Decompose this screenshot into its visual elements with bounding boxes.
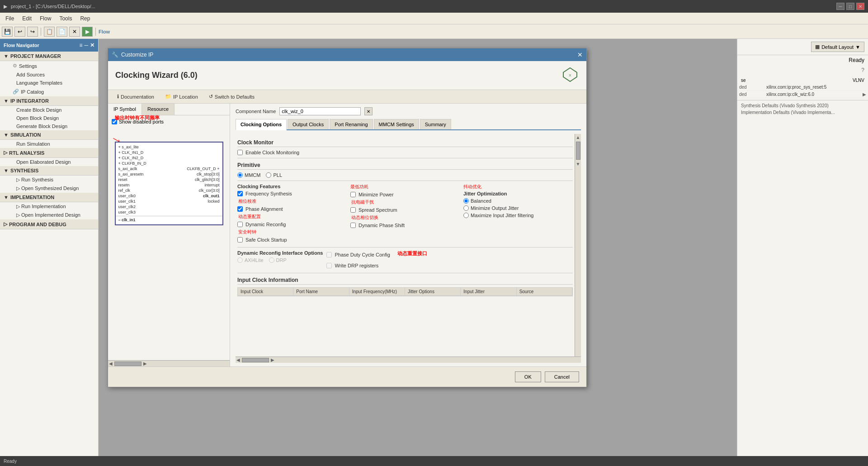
tab-summary[interactable]: Summary: [420, 119, 451, 129]
nav-open-synthesized[interactable]: ▷ Open Synthesized Design: [0, 184, 98, 193]
tab-output-clocks[interactable]: Output Clocks: [288, 119, 329, 129]
v-scrollbar-right[interactable]: ▲ ▼: [575, 134, 581, 357]
phase-duty-checkbox[interactable]: [326, 252, 332, 257]
enable-clock-monitoring-checkbox[interactable]: [237, 150, 243, 155]
dynamic-reconfig-annotation: 动态重配置: [238, 214, 347, 220]
toolbar-copy[interactable]: 📋: [44, 27, 55, 37]
dialog-close-button[interactable]: ✕: [577, 51, 583, 58]
mmcm-radio[interactable]: [237, 172, 243, 178]
synthesis-header[interactable]: ▼ SYNTHESIS: [0, 166, 98, 176]
tab-clocking-options[interactable]: Clocking Options: [236, 119, 287, 130]
component-name-input[interactable]: [279, 107, 361, 115]
nav-icon-3[interactable]: ✕: [90, 42, 94, 48]
dynamic-phase-checkbox[interactable]: [350, 223, 356, 228]
nav-generate-block[interactable]: Generate Block Design: [0, 122, 98, 130]
nav-open-block[interactable]: Open Block Design: [0, 114, 98, 122]
minimize-button[interactable]: ─: [836, 3, 844, 10]
scroll-left-arrow[interactable]: ◀: [109, 361, 113, 366]
phase-alignment-checkbox[interactable]: [237, 206, 243, 212]
project-manager-header[interactable]: ▼ PROJECT MANAGER: [0, 52, 98, 61]
tab-ip-symbol[interactable]: IP Symbol: [108, 104, 142, 115]
scroll-thumb-v[interactable]: [576, 142, 580, 160]
nav-run-synthesis[interactable]: ▷ Run Synthesis: [0, 176, 98, 184]
axi4lite-radio[interactable]: [237, 257, 243, 263]
rtl-analysis-header[interactable]: ▷ RTL ANALYSIS: [0, 148, 98, 158]
prop-row-2: ded xilinx.com:ip:clk_wiz:6.0 ▶: [739, 91, 866, 98]
dynamic-reconfig-checkbox[interactable]: [237, 222, 243, 227]
nav-run-implementation[interactable]: ▷ Run Implementation: [0, 202, 98, 211]
nav-icon-1[interactable]: ≡: [79, 42, 82, 48]
port-user-clk0: user_clk0: [118, 194, 136, 198]
toolbar-run[interactable]: ▶: [82, 27, 93, 37]
scroll-up-arrow[interactable]: ▲: [576, 135, 580, 140]
menu-tools[interactable]: Tools: [56, 14, 75, 23]
balanced-radio[interactable]: [463, 198, 469, 204]
toolbar-paste[interactable]: 📄: [57, 27, 67, 37]
phase-duty-label: Phase Duty Cycle Config: [335, 252, 390, 257]
max-input-jitter-radio[interactable]: [463, 213, 469, 218]
nav-open-elaborated[interactable]: Open Elaborated Design: [0, 158, 98, 166]
scroll-thumb-h-b[interactable]: [242, 358, 269, 362]
implementation-header[interactable]: ▼ IMPLEMENTATION: [0, 193, 98, 202]
tab-port-renaming[interactable]: Port Renaming: [330, 119, 373, 129]
tab-mmcm-settings[interactable]: MMCM Settings: [374, 119, 419, 129]
toolbar-sep1: [41, 28, 41, 36]
cancel-button[interactable]: Cancel: [545, 371, 579, 382]
minimize-power-label: Minimize Power: [359, 192, 394, 197]
ip-integrator-header[interactable]: ▼ IP INTEGRATOR: [0, 96, 98, 106]
menu-file[interactable]: File: [2, 14, 18, 23]
clear-component-name-button[interactable]: ✕: [364, 107, 373, 115]
h-scrollbar-bottom[interactable]: ◀ ▶: [236, 357, 581, 363]
nav-add-sources[interactable]: Add Sources: [0, 71, 98, 79]
help-icon[interactable]: ?: [861, 67, 864, 73]
scroll-left-arrow-b[interactable]: ◀: [236, 357, 240, 362]
maximize-button[interactable]: □: [846, 3, 854, 10]
drp-radio[interactable]: [269, 257, 274, 263]
safe-clock-row: Safe Clock Startup: [237, 237, 347, 243]
documentation-button[interactable]: ℹ Documentation: [115, 93, 156, 100]
ok-button[interactable]: OK: [515, 371, 541, 382]
scroll-right-arrow[interactable]: ▶: [143, 361, 147, 366]
scroll-thumb-h[interactable]: [114, 361, 142, 366]
simulation-label: SIMULATION: [10, 132, 41, 138]
nav-run-simulation[interactable]: Run Simulation: [0, 140, 98, 148]
nav-create-block[interactable]: Create Block Design: [0, 106, 98, 114]
ip-location-button[interactable]: 📁 IP Location: [163, 93, 200, 100]
dropdown-arrow-icon: ▼: [855, 44, 860, 50]
nav-language-templates[interactable]: Language Templates: [0, 79, 98, 87]
write-drp-checkbox[interactable]: [326, 263, 332, 268]
safe-clock-checkbox[interactable]: [237, 237, 243, 243]
h-scrollbar-left[interactable]: ◀ ▶: [108, 360, 230, 366]
pll-radio[interactable]: [266, 172, 271, 178]
simulation-header[interactable]: ▼ SIMULATION: [0, 130, 98, 140]
menu-edit[interactable]: Edit: [19, 14, 35, 23]
toolbar-save[interactable]: 💾: [2, 27, 13, 37]
spread-spectrum-checkbox[interactable]: [350, 207, 356, 213]
toolbar-delete[interactable]: ✕: [69, 27, 80, 37]
nav-ip-catalog[interactable]: 🔗 IP Catalog: [0, 87, 98, 96]
project-manager-label: PROJECT MANAGER: [10, 53, 61, 59]
right-panel-topbar: ▦ Default Layout ▼: [737, 39, 868, 55]
scroll-right-arrow-b[interactable]: ▶: [271, 357, 274, 362]
max-input-jitter-option: Maximize Input Jitter filtering: [463, 213, 533, 218]
minimize-power-checkbox[interactable]: [350, 192, 356, 197]
menu-flow[interactable]: Flow: [36, 14, 55, 23]
nav-settings[interactable]: ⚙ Settings: [0, 61, 98, 71]
program-debug-header[interactable]: ▷ PROGRAM AND DEBUG: [0, 219, 98, 229]
safe-clock-label: Safe Clock Startup: [245, 237, 287, 243]
close-button[interactable]: ✕: [856, 3, 864, 10]
expand-arrow-icon[interactable]: ▶: [863, 92, 866, 97]
min-output-jitter-radio[interactable]: [463, 205, 469, 211]
port-userclk2: user_clk2: [116, 204, 222, 209]
tab-resource[interactable]: Resource: [142, 104, 175, 115]
toolbar-redo[interactable]: ↪: [27, 27, 38, 37]
port-user-clk1: user_clk1: [118, 199, 136, 204]
freq-synthesis-checkbox[interactable]: [237, 191, 243, 196]
scroll-down-arrow[interactable]: ▼: [576, 162, 580, 166]
default-layout-button[interactable]: ▦ Default Layout ▼: [811, 42, 864, 52]
toolbar-undo[interactable]: ↩: [14, 27, 25, 37]
menu-rep[interactable]: Rep: [76, 14, 94, 23]
switch-defaults-button[interactable]: ↺ Switch to Defaults: [207, 93, 256, 100]
nav-icon-2[interactable]: ─: [84, 42, 88, 48]
nav-open-implemented[interactable]: ▷ Open Implemented Design: [0, 211, 98, 219]
